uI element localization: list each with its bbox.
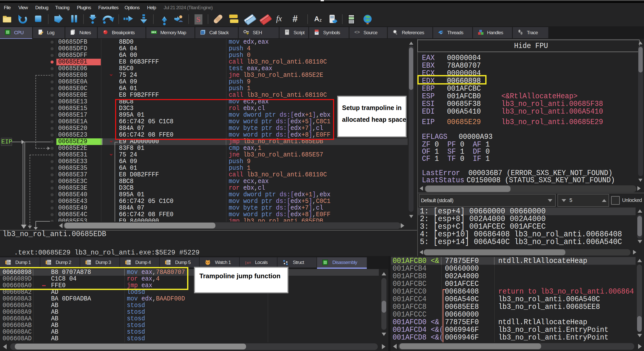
svg-text:<>: <> (354, 30, 360, 35)
svg-text:A: A (314, 15, 319, 23)
svg-text:S: S (196, 15, 201, 23)
svg-text:z: z (319, 17, 322, 23)
svg-text:#: # (293, 14, 298, 24)
svg-text:|x=: |x= (245, 261, 251, 265)
svg-text:!: ! (247, 33, 248, 35)
svg-text:fx: fx (276, 14, 282, 23)
